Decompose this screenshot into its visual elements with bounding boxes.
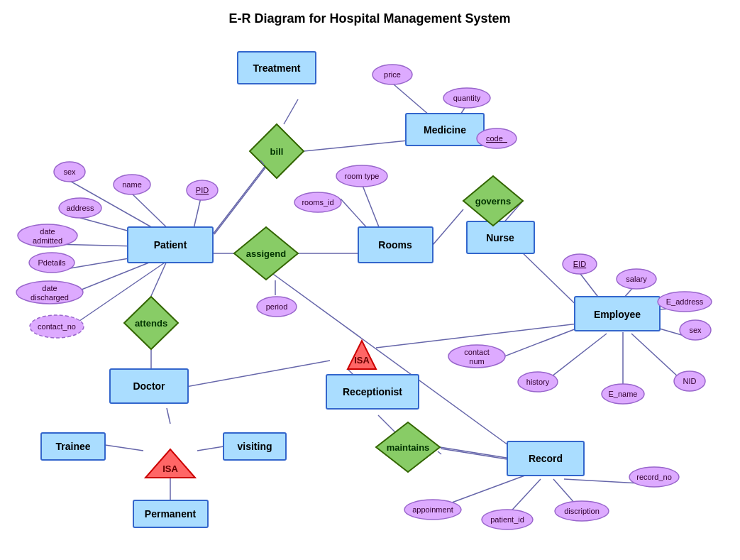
room-type-label: room type	[345, 172, 380, 180]
trainee-label: Trainee	[55, 441, 90, 452]
e-name-label: E_name	[609, 390, 638, 398]
nid-label: NID	[683, 377, 697, 385]
history-label: history	[526, 378, 550, 386]
contact-num-label2: num	[469, 357, 484, 366]
address-label: address	[66, 204, 94, 212]
patient-id-label: patient_id	[490, 515, 524, 524]
appoinment-label: appoinment	[412, 505, 453, 514]
diagram-title: E-R Diagram for Hospital Management Syst…	[228, 11, 510, 26]
name-label: name	[122, 180, 142, 189]
visiting-label: visiting	[237, 441, 272, 452]
code-label: code_	[486, 134, 508, 143]
doctor-label: Doctor	[133, 380, 165, 392]
svg-line-37	[376, 322, 596, 348]
svg-line-39	[167, 361, 330, 390]
record-no-label: record_no	[636, 473, 672, 481]
maintains-label: maintains	[387, 442, 430, 453]
er-diagram: E-R Diagram for Hospital Management Syst…	[0, 0, 740, 560]
permanent-label: Permanent	[145, 508, 197, 520]
attends-label: attends	[135, 318, 167, 329]
sex2-label: sex	[689, 326, 702, 334]
svg-line-49	[438, 451, 441, 454]
rooms-label: Rooms	[378, 239, 412, 251]
rooms-id-label: rooms_id	[302, 198, 333, 207]
svg-line-33	[167, 408, 170, 424]
svg-line-0	[284, 99, 298, 124]
date-admitted-label: date	[40, 227, 55, 236]
bill-label: bill	[270, 146, 284, 157]
svg-line-40	[378, 415, 396, 433]
discription-label: discription	[564, 507, 600, 515]
contact-num-label: contact	[464, 348, 489, 356]
price-label: price	[384, 70, 401, 79]
salary-label: salary	[626, 275, 647, 283]
employee-label: Employee	[594, 309, 641, 320]
treatment-label: Treatment	[253, 62, 301, 74]
isa2-label: ISA	[162, 463, 178, 474]
eid-label: EID	[573, 260, 586, 268]
pdetails-label: Pdetails	[38, 258, 66, 267]
date-admitted-label2: admitted	[33, 236, 62, 245]
pid-label: PID	[196, 186, 209, 194]
period-label: period	[266, 302, 288, 311]
isa1-label: ISA	[354, 355, 370, 366]
record-label: Record	[529, 453, 563, 464]
assigend-label: assigend	[246, 248, 286, 259]
quantity-label: quantity	[453, 94, 481, 102]
governs-label: governs	[475, 196, 512, 207]
contact-no-label: contact_no	[38, 322, 76, 331]
e-address-label: E_address	[666, 297, 704, 306]
date-discharged-label2: discharged	[31, 293, 69, 302]
medicine-label: Medicine	[424, 124, 466, 136]
sex-label: sex	[63, 168, 76, 176]
svg-line-1	[304, 141, 408, 151]
nurse-label: Nurse	[486, 232, 514, 243]
patient-label: Patient	[154, 239, 187, 251]
receptionist-label: Receptionist	[343, 386, 402, 397]
date-discharged-label: date	[42, 284, 57, 292]
svg-line-20	[433, 209, 463, 245]
